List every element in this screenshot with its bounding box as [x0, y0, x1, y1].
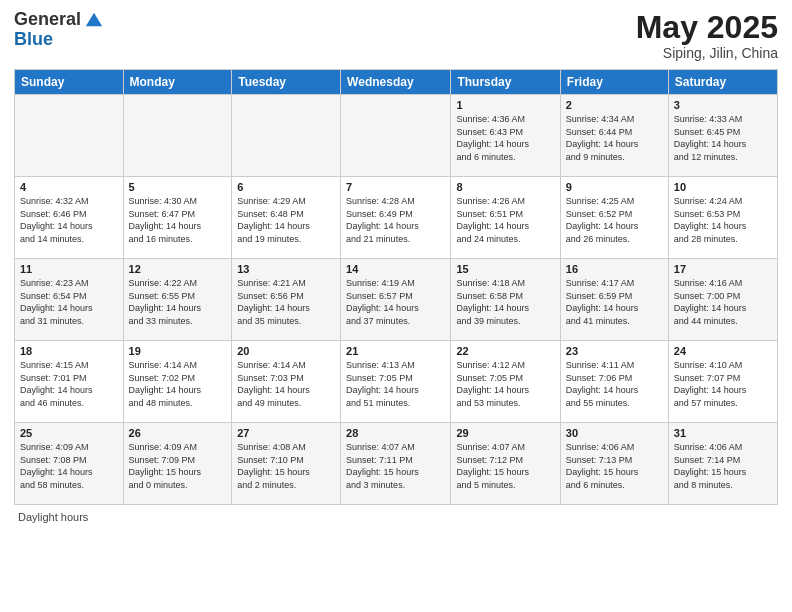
calendar-cell: 26Sunrise: 4:09 AM Sunset: 7:09 PM Dayli… [123, 423, 232, 505]
weekday-header: Sunday [15, 70, 124, 95]
day-info: Sunrise: 4:09 AM Sunset: 7:08 PM Dayligh… [20, 441, 118, 491]
calendar-cell: 12Sunrise: 4:22 AM Sunset: 6:55 PM Dayli… [123, 259, 232, 341]
day-number: 10 [674, 181, 772, 193]
day-number: 14 [346, 263, 445, 275]
calendar-cell: 9Sunrise: 4:25 AM Sunset: 6:52 PM Daylig… [560, 177, 668, 259]
calendar-cell [15, 95, 124, 177]
day-info: Sunrise: 4:26 AM Sunset: 6:51 PM Dayligh… [456, 195, 554, 245]
weekday-header: Wednesday [341, 70, 451, 95]
calendar-week-row: 18Sunrise: 4:15 AM Sunset: 7:01 PM Dayli… [15, 341, 778, 423]
day-number: 19 [129, 345, 227, 357]
day-info: Sunrise: 4:34 AM Sunset: 6:44 PM Dayligh… [566, 113, 663, 163]
calendar-cell: 30Sunrise: 4:06 AM Sunset: 7:13 PM Dayli… [560, 423, 668, 505]
day-info: Sunrise: 4:07 AM Sunset: 7:12 PM Dayligh… [456, 441, 554, 491]
day-info: Sunrise: 4:16 AM Sunset: 7:00 PM Dayligh… [674, 277, 772, 327]
weekday-header: Monday [123, 70, 232, 95]
weekday-header-row: SundayMondayTuesdayWednesdayThursdayFrid… [15, 70, 778, 95]
calendar-table: SundayMondayTuesdayWednesdayThursdayFrid… [14, 69, 778, 505]
day-info: Sunrise: 4:06 AM Sunset: 7:14 PM Dayligh… [674, 441, 772, 491]
calendar-cell: 22Sunrise: 4:12 AM Sunset: 7:05 PM Dayli… [451, 341, 560, 423]
day-info: Sunrise: 4:33 AM Sunset: 6:45 PM Dayligh… [674, 113, 772, 163]
page-header: General Blue May 2025 Siping, Jilin, Chi… [14, 10, 778, 61]
day-number: 30 [566, 427, 663, 439]
month-title: May 2025 [636, 10, 778, 45]
svg-marker-0 [86, 13, 102, 27]
day-info: Sunrise: 4:07 AM Sunset: 7:11 PM Dayligh… [346, 441, 445, 491]
day-number: 26 [129, 427, 227, 439]
day-info: Sunrise: 4:12 AM Sunset: 7:05 PM Dayligh… [456, 359, 554, 409]
day-info: Sunrise: 4:29 AM Sunset: 6:48 PM Dayligh… [237, 195, 335, 245]
calendar-week-row: 1Sunrise: 4:36 AM Sunset: 6:43 PM Daylig… [15, 95, 778, 177]
day-info: Sunrise: 4:22 AM Sunset: 6:55 PM Dayligh… [129, 277, 227, 327]
day-number: 9 [566, 181, 663, 193]
calendar-cell: 31Sunrise: 4:06 AM Sunset: 7:14 PM Dayli… [668, 423, 777, 505]
calendar-cell: 27Sunrise: 4:08 AM Sunset: 7:10 PM Dayli… [232, 423, 341, 505]
calendar-cell: 11Sunrise: 4:23 AM Sunset: 6:54 PM Dayli… [15, 259, 124, 341]
calendar-cell: 6Sunrise: 4:29 AM Sunset: 6:48 PM Daylig… [232, 177, 341, 259]
logo-general-text: General [14, 10, 81, 30]
day-info: Sunrise: 4:28 AM Sunset: 6:49 PM Dayligh… [346, 195, 445, 245]
calendar-cell: 28Sunrise: 4:07 AM Sunset: 7:11 PM Dayli… [341, 423, 451, 505]
day-number: 15 [456, 263, 554, 275]
calendar-cell: 25Sunrise: 4:09 AM Sunset: 7:08 PM Dayli… [15, 423, 124, 505]
daylight-label: Daylight hours [18, 511, 88, 523]
calendar-cell: 17Sunrise: 4:16 AM Sunset: 7:00 PM Dayli… [668, 259, 777, 341]
day-number: 18 [20, 345, 118, 357]
calendar-cell [123, 95, 232, 177]
logo: General Blue [14, 10, 104, 50]
calendar-cell: 23Sunrise: 4:11 AM Sunset: 7:06 PM Dayli… [560, 341, 668, 423]
day-info: Sunrise: 4:14 AM Sunset: 7:02 PM Dayligh… [129, 359, 227, 409]
calendar-cell: 3Sunrise: 4:33 AM Sunset: 6:45 PM Daylig… [668, 95, 777, 177]
day-number: 28 [346, 427, 445, 439]
day-info: Sunrise: 4:30 AM Sunset: 6:47 PM Dayligh… [129, 195, 227, 245]
day-number: 24 [674, 345, 772, 357]
calendar-week-row: 11Sunrise: 4:23 AM Sunset: 6:54 PM Dayli… [15, 259, 778, 341]
day-number: 21 [346, 345, 445, 357]
calendar-cell: 15Sunrise: 4:18 AM Sunset: 6:58 PM Dayli… [451, 259, 560, 341]
calendar-cell: 18Sunrise: 4:15 AM Sunset: 7:01 PM Dayli… [15, 341, 124, 423]
day-number: 7 [346, 181, 445, 193]
location: Siping, Jilin, China [636, 45, 778, 61]
title-block: May 2025 Siping, Jilin, China [636, 10, 778, 61]
day-number: 13 [237, 263, 335, 275]
day-number: 27 [237, 427, 335, 439]
day-info: Sunrise: 4:36 AM Sunset: 6:43 PM Dayligh… [456, 113, 554, 163]
weekday-header: Saturday [668, 70, 777, 95]
weekday-header: Thursday [451, 70, 560, 95]
calendar-cell: 8Sunrise: 4:26 AM Sunset: 6:51 PM Daylig… [451, 177, 560, 259]
day-number: 22 [456, 345, 554, 357]
day-number: 17 [674, 263, 772, 275]
day-info: Sunrise: 4:13 AM Sunset: 7:05 PM Dayligh… [346, 359, 445, 409]
day-number: 6 [237, 181, 335, 193]
logo-blue-text: Blue [14, 30, 104, 50]
day-info: Sunrise: 4:06 AM Sunset: 7:13 PM Dayligh… [566, 441, 663, 491]
day-info: Sunrise: 4:15 AM Sunset: 7:01 PM Dayligh… [20, 359, 118, 409]
day-info: Sunrise: 4:17 AM Sunset: 6:59 PM Dayligh… [566, 277, 663, 327]
day-number: 5 [129, 181, 227, 193]
day-info: Sunrise: 4:11 AM Sunset: 7:06 PM Dayligh… [566, 359, 663, 409]
day-info: Sunrise: 4:14 AM Sunset: 7:03 PM Dayligh… [237, 359, 335, 409]
day-info: Sunrise: 4:08 AM Sunset: 7:10 PM Dayligh… [237, 441, 335, 491]
calendar-cell [232, 95, 341, 177]
day-number: 2 [566, 99, 663, 111]
day-info: Sunrise: 4:10 AM Sunset: 7:07 PM Dayligh… [674, 359, 772, 409]
calendar-cell: 13Sunrise: 4:21 AM Sunset: 6:56 PM Dayli… [232, 259, 341, 341]
day-info: Sunrise: 4:18 AM Sunset: 6:58 PM Dayligh… [456, 277, 554, 327]
day-info: Sunrise: 4:21 AM Sunset: 6:56 PM Dayligh… [237, 277, 335, 327]
day-number: 25 [20, 427, 118, 439]
footer: Daylight hours [14, 511, 778, 523]
day-number: 12 [129, 263, 227, 275]
calendar-cell: 2Sunrise: 4:34 AM Sunset: 6:44 PM Daylig… [560, 95, 668, 177]
day-number: 31 [674, 427, 772, 439]
day-info: Sunrise: 4:24 AM Sunset: 6:53 PM Dayligh… [674, 195, 772, 245]
calendar-cell: 21Sunrise: 4:13 AM Sunset: 7:05 PM Dayli… [341, 341, 451, 423]
calendar-cell: 1Sunrise: 4:36 AM Sunset: 6:43 PM Daylig… [451, 95, 560, 177]
calendar-cell [341, 95, 451, 177]
day-number: 29 [456, 427, 554, 439]
day-number: 23 [566, 345, 663, 357]
calendar-cell: 20Sunrise: 4:14 AM Sunset: 7:03 PM Dayli… [232, 341, 341, 423]
calendar-cell: 10Sunrise: 4:24 AM Sunset: 6:53 PM Dayli… [668, 177, 777, 259]
day-number: 3 [674, 99, 772, 111]
day-number: 11 [20, 263, 118, 275]
calendar-cell: 29Sunrise: 4:07 AM Sunset: 7:12 PM Dayli… [451, 423, 560, 505]
